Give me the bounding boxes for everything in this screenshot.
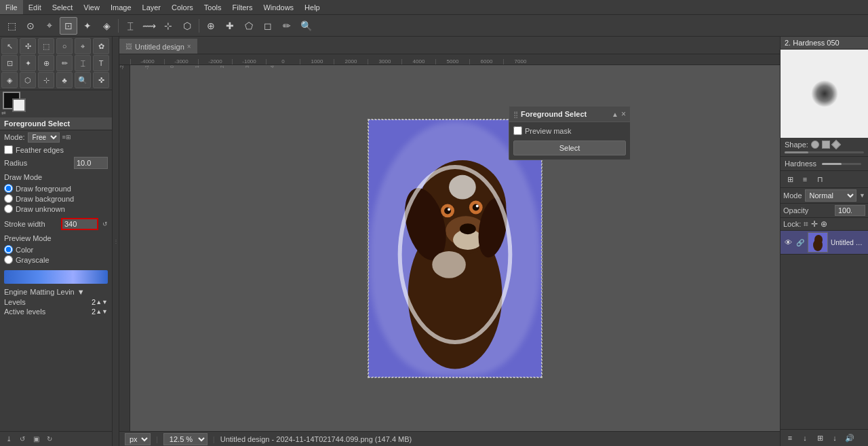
swap-colors-icon[interactable]: ⇄ xyxy=(1,110,6,116)
layers-new-channel[interactable]: ≡ xyxy=(798,172,812,186)
preview-mask-checkbox[interactable] xyxy=(513,126,522,135)
hardness-slider[interactable] xyxy=(822,163,861,165)
layers-new-group[interactable]: ⊞ xyxy=(783,172,797,186)
menu-file[interactable]: File xyxy=(0,0,23,14)
tool-clone[interactable]: ⊕ xyxy=(202,17,220,35)
tool-icon-16[interactable]: ♣ xyxy=(56,72,73,88)
tool-fg-select[interactable]: ⊡ xyxy=(60,17,77,35)
shape-diamond-option[interactable] xyxy=(831,140,841,149)
tool-icon-9[interactable]: ⊕ xyxy=(38,55,54,71)
active-tab[interactable]: 🖼 Untitled design × xyxy=(119,39,197,54)
unit-select[interactable]: px xyxy=(125,433,151,445)
tool-icon-6[interactable]: ✿ xyxy=(93,38,109,54)
shape-slider-track[interactable] xyxy=(785,151,864,153)
bottom-btn-1[interactable]: ⤓ xyxy=(3,433,15,445)
mode-dropdown[interactable]: Free xyxy=(28,132,60,143)
lock-all-icon[interactable]: ⊕ xyxy=(821,219,827,229)
tab-close-button[interactable]: × xyxy=(187,43,191,50)
tool-cage[interactable]: ⬡ xyxy=(178,17,196,35)
tool-icon-2[interactable]: ✣ xyxy=(20,38,36,54)
tool-icon-14[interactable]: ⬡ xyxy=(20,72,36,88)
resize-handle-left[interactable]: ⋮ xyxy=(113,37,119,446)
layers-mode-select[interactable]: Normal xyxy=(805,189,857,202)
menu-windows[interactable]: Windows xyxy=(258,0,299,14)
tool-icon-10[interactable]: ✏ xyxy=(56,55,73,71)
shape-circle-option[interactable] xyxy=(811,141,819,149)
draw-unknown-radio[interactable] xyxy=(4,204,13,213)
tool-ellipse-select[interactable]: ⊙ xyxy=(22,17,39,35)
stroke-width-input[interactable] xyxy=(61,218,98,230)
tool-handle[interactable]: ⊹ xyxy=(159,17,177,35)
menu-filters[interactable]: Filters xyxy=(227,0,258,14)
tool-icon-3[interactable]: ⬚ xyxy=(38,38,54,54)
svg-point-10 xyxy=(448,208,450,210)
menu-view[interactable]: View xyxy=(78,0,105,14)
tool-icon-17[interactable]: 🔍 xyxy=(75,72,91,88)
bottom-btn-3[interactable]: ▣ xyxy=(30,433,42,445)
lock-position-icon[interactable]: ✛ xyxy=(811,219,818,229)
tool-paint[interactable]: ✏ xyxy=(278,17,296,35)
menu-help[interactable]: Help xyxy=(299,0,326,14)
hardness-row: Hardness xyxy=(785,160,864,168)
menu-layer[interactable]: Layer xyxy=(137,0,167,14)
tool-icon-12[interactable]: T xyxy=(93,55,109,71)
tool-warp[interactable]: ⟿ xyxy=(140,17,158,35)
layers-bottom-3[interactable]: ⊞ xyxy=(813,431,827,445)
layers-bottom-2[interactable]: ↓ xyxy=(798,431,812,445)
tab-label: Untitled design xyxy=(135,43,184,51)
bottom-btn-2[interactable]: ↺ xyxy=(16,433,28,445)
feather-edges-checkbox[interactable] xyxy=(4,145,13,154)
draw-foreground-radio[interactable] xyxy=(4,184,13,193)
select-button[interactable]: Select xyxy=(513,141,626,155)
tool-rect-select[interactable]: ⬚ xyxy=(3,17,20,35)
layers-bottom-1[interactable]: ≡ xyxy=(783,431,797,445)
radius-input[interactable] xyxy=(74,157,108,169)
levels-spin[interactable]: ▲▼ xyxy=(96,299,108,305)
lock-pixel-icon[interactable]: ⌗ xyxy=(804,219,808,229)
tool-icon-4[interactable]: ○ xyxy=(56,38,73,54)
tool-icon-1[interactable]: ↖ xyxy=(1,38,18,54)
layer-item-0[interactable]: 👁 🔗 Untitled desi xyxy=(781,231,868,255)
stroke-reset-icon[interactable]: ↺ xyxy=(102,221,108,227)
zoom-select[interactable]: 12.5 % xyxy=(163,433,208,445)
tool-color-select[interactable]: ◈ xyxy=(98,17,115,35)
preview-color-radio[interactable] xyxy=(4,245,13,254)
tool-magnify[interactable]: 🔍 xyxy=(297,17,315,35)
preview-grayscale-radio[interactable] xyxy=(4,255,13,264)
draw-background-radio[interactable] xyxy=(4,194,13,203)
layers-mode-label: Mode xyxy=(783,191,802,200)
tool-free-select[interactable]: ⌖ xyxy=(41,17,58,35)
layers-bottom-5[interactable]: 🔊 xyxy=(843,431,856,445)
menu-colors[interactable]: Colors xyxy=(166,0,199,14)
layers-new-path[interactable]: ⊓ xyxy=(813,172,827,186)
tool-fuzzy-select[interactable]: ✦ xyxy=(79,17,96,35)
menu-edit[interactable]: Edit xyxy=(23,0,47,14)
bottom-btn-4[interactable]: ↻ xyxy=(43,433,56,445)
layer-eye-0[interactable]: 👁 xyxy=(783,238,793,247)
menu-image[interactable]: Image xyxy=(105,0,137,14)
menu-select[interactable]: Select xyxy=(47,0,79,14)
tool-icon-15[interactable]: ⊹ xyxy=(38,72,54,88)
tool-heal[interactable]: ✚ xyxy=(221,17,239,35)
fg-up-icon[interactable]: ▲ xyxy=(612,111,618,118)
layer-link-0[interactable]: 🔗 xyxy=(795,238,805,247)
menu-tools[interactable]: Tools xyxy=(199,0,227,14)
tool-icon-18[interactable]: ✜ xyxy=(93,72,109,88)
opacity-input[interactable] xyxy=(835,205,865,216)
background-color[interactable] xyxy=(12,98,26,112)
fg-close-button[interactable]: × xyxy=(621,109,626,119)
tool-perspective[interactable]: ⬠ xyxy=(240,17,258,35)
tool-icon-7[interactable]: ⊡ xyxy=(1,55,18,71)
tool-icon-11[interactable]: ⌶ xyxy=(75,55,91,71)
tool-eraser[interactable]: ◻ xyxy=(259,17,277,35)
tool-icon-5[interactable]: ⌖ xyxy=(75,38,91,54)
tool-icon-13[interactable]: ◈ xyxy=(1,72,18,88)
fg-drag-icon[interactable]: ⣿ xyxy=(513,111,518,118)
tool-transform[interactable]: ⌶ xyxy=(121,17,139,35)
engine-dropdown-icon[interactable]: ▼ xyxy=(77,288,85,296)
tool-icon-8[interactable]: ✦ xyxy=(20,55,36,71)
mode-icons[interactable]: ≡⊞ xyxy=(62,134,71,141)
active-levels-spin[interactable]: ▲▼ xyxy=(96,308,108,315)
layers-bottom-4[interactable]: ↓ xyxy=(828,431,842,445)
shape-square-option[interactable] xyxy=(822,141,830,149)
